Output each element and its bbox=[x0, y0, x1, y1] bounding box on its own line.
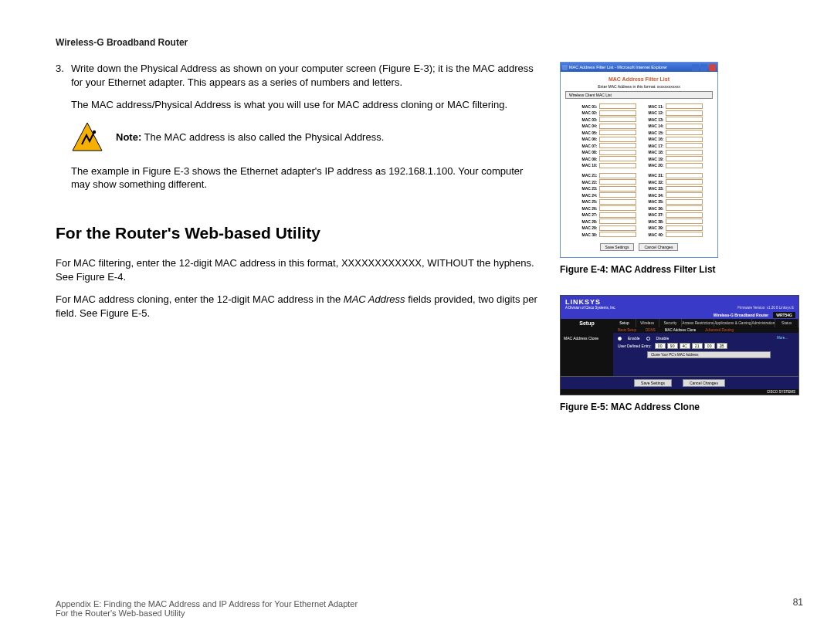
mac-input[interactable] bbox=[599, 179, 636, 185]
mac-hex-field[interactable]: 21 bbox=[692, 343, 703, 349]
mac-row: MAC 03: bbox=[576, 117, 636, 122]
mac-hex-field[interactable]: 4C bbox=[680, 343, 690, 349]
mac-input[interactable] bbox=[666, 232, 703, 237]
mac-input[interactable] bbox=[599, 130, 636, 135]
subtab-advanced-routing[interactable]: Advanced Routing bbox=[700, 327, 738, 333]
mac-label: MAC 22: bbox=[576, 180, 598, 185]
tab-security[interactable]: Security bbox=[659, 319, 683, 327]
mac-input[interactable] bbox=[599, 186, 636, 192]
enable-label: Enable bbox=[628, 336, 640, 341]
mac-label: MAC 24: bbox=[576, 193, 598, 198]
mac-row: MAC 05: bbox=[576, 130, 636, 135]
mac-input[interactable] bbox=[599, 173, 636, 178]
mac-input[interactable] bbox=[666, 150, 703, 155]
mac-input[interactable] bbox=[666, 179, 703, 185]
mac-input[interactable] bbox=[599, 212, 636, 218]
clone-pc-mac-button[interactable]: Clone Your PC's MAC Address bbox=[647, 351, 771, 358]
maximize-icon[interactable] bbox=[700, 64, 707, 71]
mac-input[interactable] bbox=[666, 137, 703, 142]
mac-input[interactable] bbox=[666, 205, 703, 211]
e4-save-button[interactable]: Save Settings bbox=[600, 243, 635, 251]
mac-input[interactable] bbox=[599, 110, 636, 116]
mac-row: MAC 18: bbox=[642, 150, 703, 155]
subtab-ddns[interactable]: DDNS bbox=[641, 327, 660, 333]
mac-label: MAC 21: bbox=[576, 173, 598, 178]
mac-input[interactable] bbox=[666, 192, 703, 198]
e4-heading: MAC Address Filter List bbox=[565, 76, 713, 82]
mac-row: MAC 26: bbox=[576, 205, 636, 211]
tab-wireless[interactable]: Wireless bbox=[636, 319, 659, 327]
mac-input[interactable] bbox=[666, 225, 703, 231]
help-more-link[interactable]: More... bbox=[775, 333, 798, 376]
mac-input[interactable] bbox=[599, 199, 636, 205]
mac-label: MAC 05: bbox=[576, 130, 598, 135]
mac-input[interactable] bbox=[666, 173, 703, 178]
mac-label: MAC 27: bbox=[576, 212, 598, 217]
subtab-mac-address-clone[interactable]: MAC Address Clone bbox=[660, 327, 701, 333]
user-defined-entry-label: User Defined Entry: bbox=[618, 344, 652, 348]
mac-hex-field[interactable]: 2B bbox=[717, 343, 727, 349]
mac-input[interactable] bbox=[599, 192, 636, 198]
close-icon[interactable] bbox=[709, 64, 716, 71]
mac-input[interactable] bbox=[666, 219, 703, 224]
mac-input[interactable] bbox=[666, 199, 703, 205]
mac-row: MAC 39: bbox=[642, 225, 703, 231]
mac-row: MAC 30: bbox=[576, 232, 636, 237]
note-label: Note: bbox=[116, 131, 141, 143]
wireless-client-mac-list-button[interactable]: Wireless Client MAC List bbox=[565, 91, 713, 99]
mac-hex-field[interactable]: 00 bbox=[704, 343, 715, 349]
mac-row: MAC 16: bbox=[642, 137, 703, 142]
mac-row: MAC 34: bbox=[642, 192, 703, 198]
mac-input[interactable] bbox=[666, 212, 703, 218]
e5-cancel-button[interactable]: Cancel Changes bbox=[683, 379, 725, 387]
mac-input[interactable] bbox=[599, 156, 636, 161]
mac-row: MAC 14: bbox=[642, 124, 703, 129]
disable-radio[interactable] bbox=[646, 337, 650, 341]
mac-input[interactable] bbox=[599, 232, 636, 237]
mac-row: MAC 17: bbox=[642, 143, 703, 148]
note-body: The MAC address is also called the Physi… bbox=[141, 131, 384, 143]
mac-row: MAC 21: bbox=[576, 173, 636, 178]
tab-applications-gaming[interactable]: Applications & Gaming bbox=[714, 319, 751, 327]
mac-input[interactable] bbox=[666, 163, 703, 168]
mac-input[interactable] bbox=[666, 117, 703, 122]
mac-hex-field[interactable]: 90 bbox=[667, 343, 678, 349]
mac-hex-field[interactable]: 00 bbox=[655, 343, 666, 349]
mac-label: MAC 01: bbox=[576, 104, 598, 109]
mac-input[interactable] bbox=[666, 110, 703, 116]
mac-input[interactable] bbox=[599, 137, 636, 142]
subtab-basic-setup[interactable]: Basic Setup bbox=[613, 327, 641, 333]
e4-cancel-button[interactable]: Cancel Changes bbox=[639, 243, 678, 251]
mac-input[interactable] bbox=[666, 124, 703, 129]
mac-label: MAC 37: bbox=[642, 212, 664, 217]
enable-radio[interactable] bbox=[618, 337, 622, 341]
mac-input[interactable] bbox=[666, 103, 703, 109]
e5-save-button[interactable]: Save Settings bbox=[634, 379, 672, 387]
note-warning-icon bbox=[71, 121, 103, 154]
mac-input[interactable] bbox=[599, 219, 636, 224]
mac-input[interactable] bbox=[599, 124, 636, 129]
mac-label: MAC 28: bbox=[576, 219, 598, 224]
mac-row: MAC 08: bbox=[576, 150, 636, 155]
mac-input[interactable] bbox=[599, 103, 636, 109]
mac-row: MAC 38: bbox=[642, 219, 703, 224]
footer: Appendix E: Finding the MAC Address and … bbox=[56, 599, 803, 618]
mac-input[interactable] bbox=[666, 143, 703, 148]
mac-input[interactable] bbox=[666, 156, 703, 161]
mac-input[interactable] bbox=[599, 117, 636, 122]
tab-status[interactable]: Status bbox=[775, 319, 798, 327]
mac-input[interactable] bbox=[599, 150, 636, 155]
mac-input[interactable] bbox=[599, 143, 636, 148]
mac-input[interactable] bbox=[599, 163, 636, 168]
mac-label: MAC 29: bbox=[576, 225, 598, 230]
mac-label: MAC 35: bbox=[642, 199, 664, 204]
mac-input[interactable] bbox=[666, 186, 703, 192]
mac-input[interactable] bbox=[599, 205, 636, 211]
tab-setup[interactable]: Setup bbox=[613, 319, 636, 327]
mac-input[interactable] bbox=[666, 130, 703, 135]
mac-row: MAC 15: bbox=[642, 130, 703, 135]
tab-access-restrictions[interactable]: Access Restrictions bbox=[682, 319, 714, 327]
tab-administration[interactable]: Administration bbox=[752, 319, 776, 327]
minimize-icon[interactable] bbox=[692, 64, 699, 71]
mac-input[interactable] bbox=[599, 225, 636, 231]
